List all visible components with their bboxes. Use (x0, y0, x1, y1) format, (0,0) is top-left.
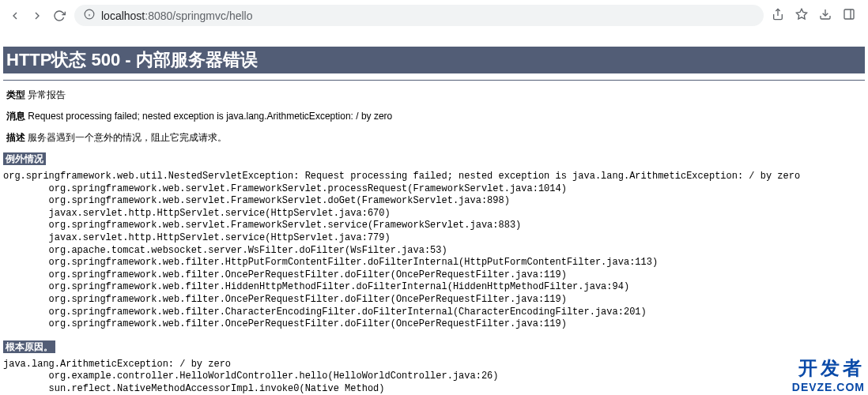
rootcause-stacktrace: java.lang.ArithmeticException: / by zero… (3, 359, 865, 395)
panel-icon[interactable] (843, 8, 855, 23)
error-message: 消息 Request processing failed; nested exc… (6, 110, 862, 123)
svg-rect-6 (844, 9, 854, 19)
error-page: HTTP状态 500 - 内部服务器错误 类型 异常报告 消息 Request … (0, 47, 868, 395)
rootcause-header: 根本原因。 (3, 340, 865, 354)
exception-header: 例外情况 (3, 152, 865, 166)
svg-marker-4 (796, 9, 806, 19)
exception-stacktrace: org.springframework.web.util.NestedServl… (3, 171, 865, 331)
error-type: 类型 异常报告 (6, 88, 862, 102)
share-icon[interactable] (772, 8, 784, 23)
address-bar[interactable]: localhost:8080/springmvc/hello (74, 5, 764, 26)
back-button[interactable] (8, 9, 22, 23)
error-title: HTTP状态 500 - 内部服务器错误 (3, 47, 865, 73)
error-description: 描述 服务器遇到一个意外的情况，阻止它完成请求。 (6, 131, 862, 145)
url-text: localhost:8080/springmvc/hello (101, 9, 252, 22)
forward-button[interactable] (30, 9, 44, 23)
info-icon[interactable] (84, 9, 95, 22)
browser-toolbar: localhost:8080/springmvc/hello (0, 0, 868, 31)
reload-button[interactable] (52, 9, 66, 23)
divider (3, 80, 865, 81)
star-icon[interactable] (795, 8, 808, 23)
toolbar-right-icons (772, 8, 860, 23)
download-icon[interactable] (819, 8, 832, 23)
